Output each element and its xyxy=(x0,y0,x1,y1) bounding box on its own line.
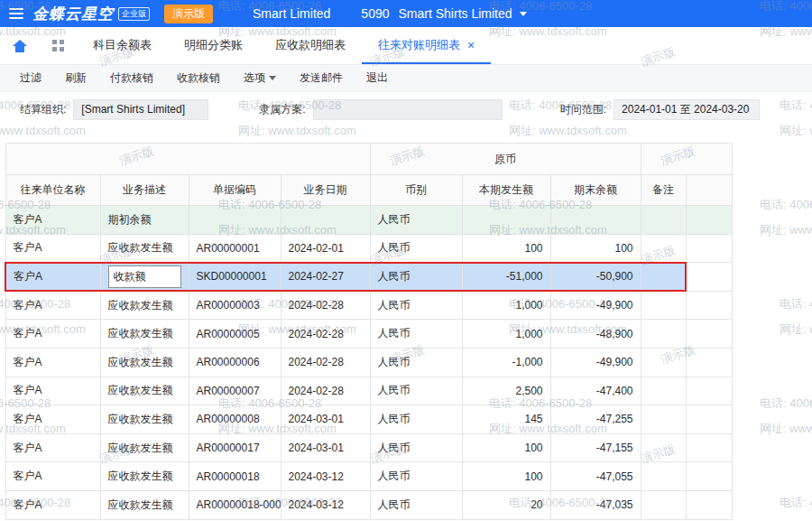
cell-unit-name: 客户A xyxy=(5,405,100,434)
cell-business-desc: 应收款发生额 xyxy=(100,377,189,405)
cell-ending-balance xyxy=(550,206,641,235)
toolbar-button-label: 退出 xyxy=(366,70,388,86)
cell-remark xyxy=(641,348,686,377)
range-filter-value[interactable]: 2024-01-01 至 2024-03-20 xyxy=(614,99,760,120)
table-row[interactable]: 客户A应收款发生额AR000000182024-03-12人民币100-47,0… xyxy=(5,462,732,491)
col-header-currency[interactable]: 币别 xyxy=(370,175,462,206)
cell-period-amount: 1,000 xyxy=(462,320,550,349)
toolbar-button[interactable]: 过滤 xyxy=(20,70,42,86)
cell-business-desc: 应收款发生额 xyxy=(100,490,189,519)
cell-period-amount: -1,000 xyxy=(462,348,550,377)
col-header-remark[interactable]: 备注 xyxy=(641,175,686,206)
toolbar-button[interactable]: 选项 xyxy=(244,70,276,86)
cell-currency: 人民币 xyxy=(370,433,462,462)
org-filter-value[interactable]: [Smart Shirts Limited] xyxy=(73,99,208,120)
cell-period-amount: 145 xyxy=(462,405,550,434)
edition-badge: 企业版 xyxy=(118,7,150,21)
cell-currency: 人民币 xyxy=(370,348,462,377)
table-body: 客户A期初余额人民币客户A应收款发生额AR000000012024-02-01人… xyxy=(5,206,732,520)
tab-item[interactable]: 科目余额表 xyxy=(77,27,168,64)
cell-filler xyxy=(686,263,732,292)
col-header-unit-name[interactable]: 往来单位名称 xyxy=(5,175,100,206)
table-row[interactable]: 客户A期初余额人民币 xyxy=(5,206,732,235)
org-selector[interactable]: 5090 Smart Shirts Limited xyxy=(361,6,526,21)
cell-business-desc: 应收款发生额 xyxy=(100,348,189,377)
watermark-text: 电话: 4006-6500-28 xyxy=(760,395,812,412)
cell-filler xyxy=(686,490,732,519)
col-header-ending-balance[interactable]: 期末余额 xyxy=(550,175,641,206)
col-header-filler[interactable] xyxy=(686,175,732,206)
home-icon[interactable] xyxy=(0,27,40,64)
scheme-filter-value[interactable] xyxy=(313,99,503,120)
toolbar-button-label: 刷新 xyxy=(65,70,87,86)
chevron-down-icon xyxy=(520,12,527,16)
cell-unit-name: 客户A xyxy=(5,433,100,462)
tab-item[interactable]: 往来对账明细表× xyxy=(362,27,491,64)
toolbar: 过滤刷新付款核销收款核销选项发送邮件退出 xyxy=(0,65,812,92)
toolbar-button[interactable]: 收款核销 xyxy=(177,70,220,86)
cell-remark xyxy=(641,320,686,349)
tab-item[interactable]: 应收款明细表 xyxy=(259,27,362,64)
col-header-period-amount[interactable]: 本期发生额 xyxy=(462,175,550,206)
cell-business-desc: 应收款发生额 xyxy=(100,405,189,434)
cell-unit-name: 客户A xyxy=(5,206,100,235)
group-header-blank-right xyxy=(641,144,732,175)
col-header-business-desc[interactable]: 业务描述 xyxy=(100,175,189,206)
cell-currency: 人民币 xyxy=(370,291,462,320)
tab-bar: 科目余额表明细分类账应收款明细表往来对账明细表× xyxy=(0,27,812,65)
cell-doc-code: AR00000001 xyxy=(189,234,281,263)
toolbar-button[interactable]: 发送邮件 xyxy=(300,70,343,86)
cell-filler xyxy=(686,348,732,377)
cell-remark xyxy=(641,377,686,405)
cell-filler xyxy=(686,291,732,320)
table-row[interactable]: 客户A应收款发生额AR000000072024-02-28人民币2,500-47… xyxy=(5,377,732,405)
table-row[interactable]: 客户A应收款发生额AR000000012024-02-01人民币100100 xyxy=(5,234,732,263)
tab-item[interactable]: 明细分类账 xyxy=(168,27,259,64)
toolbar-button[interactable]: 刷新 xyxy=(65,70,87,86)
cell-ending-balance: 100 xyxy=(550,234,641,263)
cell-remark xyxy=(641,433,686,462)
toolbar-button-label: 选项 xyxy=(244,70,265,86)
cell-business-date: 2024-03-01 xyxy=(281,405,370,434)
top-bar: 金蝶云星空 企业版 演示版 Smart Limited 5090 Smart S… xyxy=(0,0,812,27)
table-row[interactable]: 客户A应收款发生额AR000000082024-03-01人民币145-47,2… xyxy=(5,405,732,434)
table-row[interactable]: 客户A应收款发生额AR000000052024-02-28人民币1,000-48… xyxy=(5,320,732,349)
cell-period-amount: -51,000 xyxy=(462,263,550,292)
cell-unit-name: 客户A xyxy=(5,263,100,292)
cell-remark xyxy=(641,291,686,320)
cell-business-date: 2024-02-28 xyxy=(281,291,370,320)
scheme-filter-label: 隶属方案: xyxy=(259,102,305,117)
tab-label: 应收款明细表 xyxy=(275,37,346,53)
table-row[interactable]: 客户A应收款发生额AR000000172024-03-01人民币100-47,1… xyxy=(5,433,732,462)
tab-close-icon[interactable]: × xyxy=(467,39,475,51)
group-header-row: 原币 xyxy=(5,144,732,175)
apps-grid-icon[interactable] xyxy=(40,27,77,64)
cell-unit-name: 客户A xyxy=(5,291,100,320)
cell-doc-code: AR00000003 xyxy=(189,291,281,320)
cell-remark xyxy=(641,405,686,434)
col-header-doc-code[interactable]: 单据编码 xyxy=(189,175,281,206)
cell-ending-balance: -49,900 xyxy=(550,291,641,320)
col-header-business-date[interactable]: 业务日期 xyxy=(281,175,370,206)
cell-currency: 人民币 xyxy=(370,263,462,292)
watermark-text: 网址: www.tdxsoft.com xyxy=(780,321,812,338)
toolbar-button[interactable]: 退出 xyxy=(366,70,388,86)
group-header-blank-left xyxy=(5,144,370,175)
table-row[interactable]: 客户A应收款发生额AR000000062024-02-28人民币-1,000-4… xyxy=(5,348,732,377)
business-desc-editor[interactable]: 收款额 xyxy=(108,265,181,288)
table-row[interactable]: 客户A应收款发生额AR00000018-0002024-03-12人民币20-4… xyxy=(5,490,732,519)
watermark-text: 网址: www.tdxsoft.com xyxy=(760,421,812,437)
table-row[interactable]: 客户A应收款发生额AR000000032024-02-28人民币1,000-49… xyxy=(5,291,732,320)
org-code: 5090 xyxy=(361,6,389,21)
toolbar-button[interactable]: 付款核销 xyxy=(110,70,153,86)
table-row[interactable]: 客户A收款额SKD000000012024-02-27人民币-51,000-50… xyxy=(5,263,732,292)
cell-doc-code xyxy=(189,206,281,235)
cell-unit-name: 客户A xyxy=(5,462,100,491)
cell-ending-balance: -47,155 xyxy=(550,433,641,462)
cell-period-amount: 100 xyxy=(462,462,550,491)
cell-business-desc: 应收款发生额 xyxy=(100,462,189,491)
cell-business-desc: 收款额 xyxy=(100,263,189,292)
cell-ending-balance: -47,255 xyxy=(550,405,641,434)
cell-currency: 人民币 xyxy=(370,490,462,519)
menu-icon[interactable] xyxy=(9,8,23,19)
